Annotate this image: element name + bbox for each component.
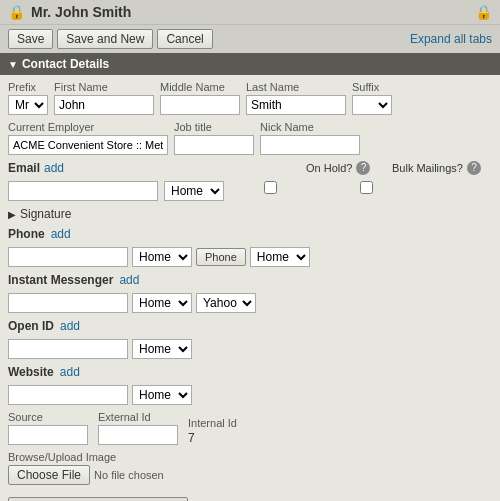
browse-row: Choose File No file chosen: [8, 465, 492, 485]
openid-input-row: HomeWork: [8, 339, 492, 359]
last-name-input[interactable]: [246, 95, 346, 115]
job-title-input[interactable]: [174, 135, 254, 155]
internal-id-label: Internal Id: [188, 417, 237, 429]
suffix-select[interactable]: Jr.Sr.III: [352, 95, 392, 115]
openid-input[interactable]: [8, 339, 128, 359]
save-button[interactable]: Save: [8, 29, 53, 49]
no-file-label: No file chosen: [94, 469, 164, 481]
employer-input[interactable]: [8, 135, 168, 155]
contact-details-arrow: ▼: [8, 59, 18, 70]
top-toolbar: Save Save and New Cancel Expand all tabs: [0, 25, 500, 53]
lock-left-icon: 🔒: [8, 4, 25, 20]
im-label: Instant Messenger: [8, 273, 113, 287]
im-add-link[interactable]: add: [119, 273, 139, 287]
toolbar-buttons: Save Save and New Cancel: [8, 29, 213, 49]
phone-type-select[interactable]: HomeWorkMobile: [132, 247, 192, 267]
email-input[interactable]: [8, 181, 158, 201]
phone-label: Phone: [8, 227, 45, 241]
im-input[interactable]: [8, 293, 128, 313]
signature-arrow-icon: ▶: [8, 209, 16, 220]
signature-label: Signature: [20, 207, 71, 221]
on-hold-help-icon[interactable]: ?: [356, 161, 370, 175]
website-add-link[interactable]: add: [60, 365, 80, 379]
signature-row: ▶ Signature: [8, 207, 492, 221]
employer-label: Current Employer: [8, 121, 168, 133]
middle-name-input[interactable]: [160, 95, 240, 115]
internal-id-value: 7: [188, 431, 237, 445]
choose-file-button[interactable]: Choose File: [8, 465, 90, 485]
external-id-label: External Id: [98, 411, 178, 423]
save-and-new-button[interactable]: Save and New: [57, 29, 153, 49]
prefix-label: Prefix: [8, 81, 48, 93]
middle-name-group: Middle Name: [160, 81, 240, 115]
bulk-mailings-help-icon[interactable]: ?: [467, 161, 481, 175]
im-header-row: Instant Messenger add: [8, 273, 492, 287]
external-id-input[interactable]: [98, 425, 178, 445]
phone-add-link[interactable]: add: [51, 227, 71, 241]
nick-name-input[interactable]: [260, 135, 360, 155]
email-input-row: HomeWorkOther: [8, 181, 492, 201]
employer-group: Current Employer: [8, 121, 168, 155]
website-header-row: Website add: [8, 365, 492, 379]
first-name-input[interactable]: [54, 95, 154, 115]
browse-image-label: Browse/Upload Image: [8, 451, 492, 463]
external-id-group: External Id: [98, 411, 178, 445]
source-group: Source: [8, 411, 88, 445]
openid-header-row: Open ID add: [8, 319, 492, 333]
email-header-row: Email add On Hold? ? Bulk Mailings? ?: [8, 161, 492, 175]
source-input[interactable]: [8, 425, 88, 445]
last-name-group: Last Name: [246, 81, 346, 115]
website-label: Website: [8, 365, 54, 379]
email-type-select[interactable]: HomeWorkOther: [164, 181, 224, 201]
last-name-label: Last Name: [246, 81, 346, 93]
openid-add-link[interactable]: add: [60, 319, 80, 333]
title-bar: 🔒 Mr. John Smith 🔒: [0, 0, 500, 25]
on-hold-checkbox[interactable]: [264, 181, 277, 194]
source-row: Source External Id Internal Id 7: [8, 411, 492, 445]
email-label: Email: [8, 161, 40, 175]
im-service-select[interactable]: YahooAIMMSNGTalk: [196, 293, 256, 313]
first-name-label: First Name: [54, 81, 154, 93]
prefix-group: Prefix Mr.Mrs.Ms.Dr.: [8, 81, 48, 115]
phone-button[interactable]: Phone: [196, 248, 246, 266]
phone-input[interactable]: [8, 247, 128, 267]
check-contacts-button[interactable]: Check for Matching Contact(s): [8, 497, 188, 501]
suffix-group: Suffix Jr.Sr.III: [352, 81, 392, 115]
job-title-label: Job title: [174, 121, 254, 133]
source-label: Source: [8, 411, 88, 423]
openid-label: Open ID: [8, 319, 54, 333]
suffix-label: Suffix: [352, 81, 392, 93]
job-title-group: Job title: [174, 121, 254, 155]
contact-details-header[interactable]: ▼ Contact Details: [0, 53, 500, 75]
internal-id-group: Internal Id 7: [188, 417, 237, 445]
website-input[interactable]: [8, 385, 128, 405]
middle-name-label: Middle Name: [160, 81, 240, 93]
bulk-mailings-checkbox[interactable]: [360, 181, 373, 194]
email-add-link[interactable]: add: [44, 161, 64, 175]
employer-row: Current Employer Job title Nick Name: [8, 121, 492, 155]
nick-name-label: Nick Name: [260, 121, 360, 133]
first-name-group: First Name: [54, 81, 154, 115]
bulk-mailings-label: Bulk Mailings?: [392, 162, 463, 174]
im-input-row: HomeWork YahooAIMMSNGTalk: [8, 293, 492, 313]
im-type-select[interactable]: HomeWork: [132, 293, 192, 313]
phone-header-row: Phone add: [8, 227, 492, 241]
phone-input-row: HomeWorkMobile Phone HomeWorkMobile: [8, 247, 492, 267]
website-input-row: HomeWork: [8, 385, 492, 405]
nick-name-group: Nick Name: [260, 121, 360, 155]
prefix-select[interactable]: Mr.Mrs.Ms.Dr.: [8, 95, 48, 115]
contact-details-content: Prefix Mr.Mrs.Ms.Dr. First Name Middle N…: [0, 75, 500, 501]
page-title: Mr. John Smith: [31, 4, 131, 20]
browse-image-group: Browse/Upload Image Choose File No file …: [8, 451, 492, 491]
phone-type2-select[interactable]: HomeWorkMobile: [250, 247, 310, 267]
lock-right-icon: 🔒: [475, 4, 492, 20]
openid-type-select[interactable]: HomeWork: [132, 339, 192, 359]
website-type-select[interactable]: HomeWork: [132, 385, 192, 405]
name-row: Prefix Mr.Mrs.Ms.Dr. First Name Middle N…: [8, 81, 492, 115]
expand-all-tabs-link[interactable]: Expand all tabs: [410, 32, 492, 46]
on-hold-label: On Hold?: [306, 162, 352, 174]
contact-details-label: Contact Details: [22, 57, 109, 71]
cancel-button[interactable]: Cancel: [157, 29, 212, 49]
